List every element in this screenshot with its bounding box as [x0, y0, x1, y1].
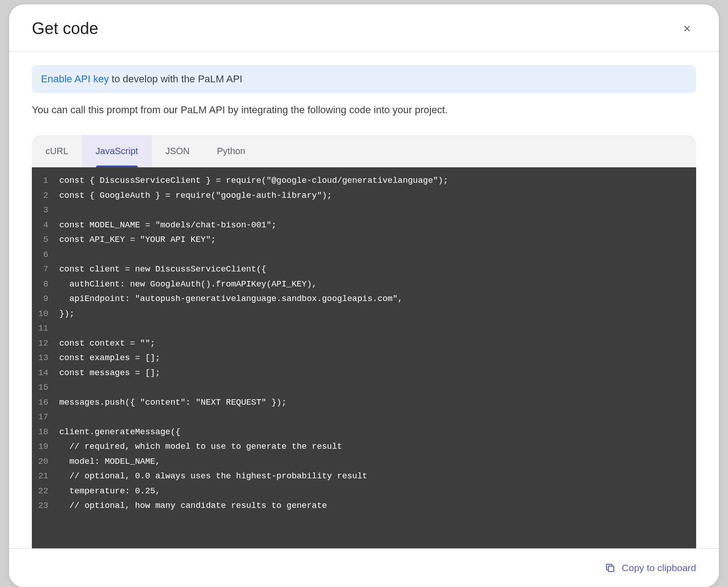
tab-curl[interactable]: cURL: [32, 135, 82, 167]
language-tabs: cURL JavaScript JSON Python: [32, 135, 696, 167]
modal-header: Get code: [9, 5, 719, 51]
close-button[interactable]: [678, 20, 696, 38]
banner-text: to develop with the PaLM API: [109, 73, 243, 85]
tab-json[interactable]: JSON: [152, 135, 203, 167]
api-key-banner: Enable API key to develop with the PaLM …: [32, 65, 696, 93]
copy-label: Copy to clipboard: [622, 562, 696, 573]
tab-javascript[interactable]: JavaScript: [82, 135, 152, 167]
code-container: cURL JavaScript JSON Python 123456789101…: [32, 135, 696, 548]
enable-api-key-link[interactable]: Enable API key: [41, 73, 109, 85]
tab-python[interactable]: Python: [203, 135, 259, 167]
get-code-modal: Get code Enable API key to develop with …: [9, 5, 719, 587]
code-block[interactable]: 1234567891011121314151617181920212223 co…: [32, 167, 696, 548]
close-icon: [682, 24, 692, 34]
modal-title: Get code: [32, 19, 98, 38]
modal-description: You can call this prompt from our PaLM A…: [32, 104, 696, 116]
copy-to-clipboard-button[interactable]: Copy to clipboard: [605, 562, 696, 573]
code-lines: const { DiscussServiceClient } = require…: [59, 174, 690, 542]
modal-content: Enable API key to develop with the PaLM …: [9, 51, 719, 548]
copy-icon: [605, 562, 616, 573]
line-number-gutter: 1234567891011121314151617181920212223: [38, 174, 59, 542]
modal-footer: Copy to clipboard: [9, 548, 719, 587]
svg-rect-2: [608, 566, 614, 572]
